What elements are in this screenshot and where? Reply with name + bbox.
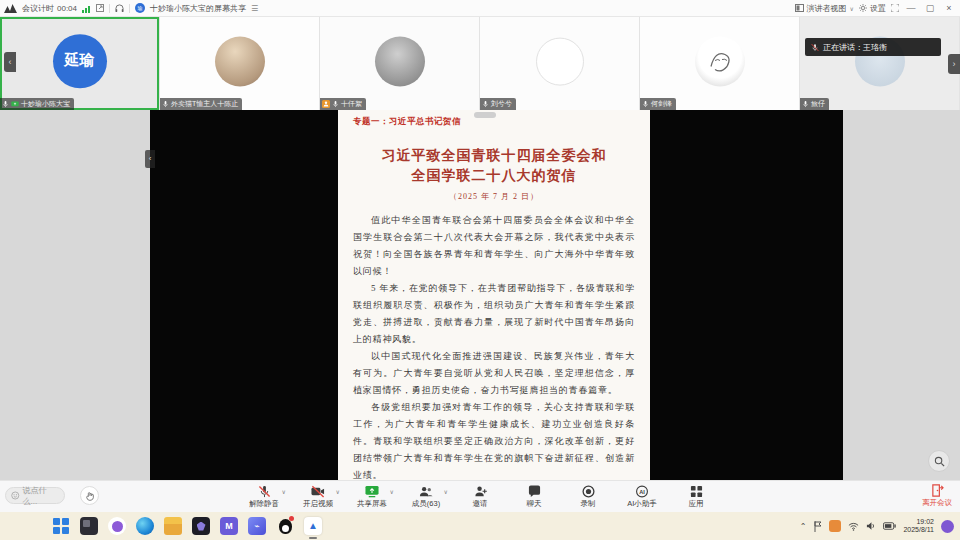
participant-tile[interactable]: 十仟絮 xyxy=(320,17,479,110)
participant-strip: 延瑜 十妙瑜小陈大宝 外卖猫T恤主人十陈止 十仟絮 刘兮兮 xyxy=(0,17,960,110)
chat-app-icon[interactable] xyxy=(108,517,126,535)
divider xyxy=(129,4,130,13)
view-mode-selector[interactable]: 演讲者视图∨ xyxy=(795,3,854,14)
leave-meeting-button[interactable]: 离开会议 xyxy=(922,484,952,508)
maximize-button[interactable]: ▢ xyxy=(923,3,937,13)
taskbar-icons: M ⌁ ▲ xyxy=(0,517,322,535)
start-video-button[interactable]: ∨开启视频 xyxy=(298,485,338,509)
share-menu-icon[interactable]: ☰ xyxy=(251,4,258,13)
app-logo-icon xyxy=(4,4,17,13)
message-placeholder: 说点什么... xyxy=(23,485,60,507)
participant-name-label: 旅仔 xyxy=(800,98,829,110)
avatar: 延瑜 xyxy=(53,34,107,88)
participant-tile[interactable]: 延瑜 十妙瑜小陈大宝 xyxy=(0,17,159,110)
clock[interactable]: 19:02 2025/8/11 xyxy=(903,518,934,534)
mic-muted-icon xyxy=(258,485,271,498)
battery-icon[interactable] xyxy=(883,522,896,530)
shared-screen-area: ‹ 专题一：习近平总书记贺信 习近平致全国青联十四届全委会和 全国学联二十八大的… xyxy=(0,110,960,480)
tray-orange-app-icon[interactable] xyxy=(829,520,841,532)
apps-button[interactable]: 应用 xyxy=(676,485,716,509)
unmute-button[interactable]: ∨解除静音 xyxy=(244,485,284,509)
share-screen-icon xyxy=(365,485,379,498)
mic-icon xyxy=(802,100,809,108)
raise-hand-button[interactable] xyxy=(80,486,99,505)
settings-button[interactable]: 设置 xyxy=(859,3,886,14)
ai-assistant-button[interactable]: AI AI小助手 xyxy=(622,485,662,509)
windows-taskbar: M ⌁ ▲ ⌃ 19:02 2025/8/11 xyxy=(0,512,960,540)
speaking-toast: 正在讲话：王珞衡 xyxy=(805,38,941,56)
doc-sidebar-collapse-button[interactable]: ‹ xyxy=(145,150,155,168)
speaking-toast-text: 正在讲话：王珞衡 xyxy=(823,42,887,53)
camera-off-icon xyxy=(311,485,325,498)
avatar xyxy=(375,36,425,86)
dark-app-icon[interactable] xyxy=(80,517,98,535)
mic-icon xyxy=(642,100,649,108)
purple-m-app-icon[interactable]: M xyxy=(220,517,238,535)
fullscreen-icon[interactable] xyxy=(891,4,899,12)
mic-icon xyxy=(482,100,489,108)
doc-paragraph: 各级党组织要加强对青年工作的领导，关心支持青联和学联工作，为广大青年和青年学生健… xyxy=(353,399,635,484)
minimize-button[interactable]: — xyxy=(904,3,918,13)
participant-tile[interactable]: 外卖猫T恤主人十陈止 xyxy=(160,17,319,110)
doc-title: 习近平致全国青联十四届全委会和 全国学联二十八大的贺信 xyxy=(353,146,635,186)
screen-share-icon xyxy=(11,101,19,108)
start-button-icon[interactable] xyxy=(52,517,70,535)
participant-tile[interactable]: 何剑锋 xyxy=(640,17,799,110)
share-title: 十妙瑜小陈大宝的屏幕共享 xyxy=(150,3,246,14)
strip-scroll-right-button[interactable]: › xyxy=(948,54,960,74)
doc-scroll-pill[interactable] xyxy=(474,112,496,118)
participant-name-label: 十仟絮 xyxy=(320,98,366,110)
host-badge-icon xyxy=(322,100,330,108)
audio-device-icon[interactable] xyxy=(115,4,124,13)
document-page: 专题一：习近平总书记贺信 习近平致全国青联十四届全委会和 全国学联二十八大的贺信… xyxy=(338,110,650,480)
participant-tile[interactable]: 刘兮兮 xyxy=(480,17,639,110)
doc-dark-panel-right xyxy=(650,110,843,480)
divider xyxy=(109,4,110,13)
svg-text:AI: AI xyxy=(639,488,645,494)
share-screen-button[interactable]: ∨共享屏幕 xyxy=(352,485,392,509)
speaker-icon[interactable] xyxy=(866,521,876,531)
apps-grid-icon xyxy=(690,485,703,498)
doc-body: 值此中华全国青年联合会第十四届委员会全体会议和中华全国学生联合会第二十八次代表大… xyxy=(353,212,635,484)
doc-paragraph: 值此中华全国青年联合会第十四届委员会全体会议和中华全国学生联合会第二十八次代表大… xyxy=(353,212,635,280)
participant-name-label: 外卖猫T恤主人十陈止 xyxy=(160,98,242,110)
mic-icon xyxy=(162,100,169,108)
toolbar-buttons: ∨解除静音 ∨开启视频 ∨共享屏幕 ∨成员(63) 邀请 聊天 录制 AI AI xyxy=(244,485,716,509)
tray-notification-badge[interactable] xyxy=(941,520,954,533)
file-explorer-icon[interactable] xyxy=(164,517,182,535)
active-app-indicator xyxy=(309,537,317,539)
zoom-magnifier-button[interactable] xyxy=(928,450,950,472)
meeting-timer: 会议计时00:04 xyxy=(22,3,77,14)
expand-icon[interactable] xyxy=(96,4,104,12)
participant-name-label: 何剑锋 xyxy=(640,98,676,110)
tencent-meeting-app-icon[interactable]: ▲ xyxy=(304,517,322,535)
ai-icon: AI xyxy=(635,485,649,498)
chat-button[interactable]: 聊天 xyxy=(514,485,554,509)
blue-app-icon[interactable]: ⌁ xyxy=(248,517,266,535)
strip-collapse-left-button[interactable]: ‹ xyxy=(4,52,16,72)
edge-browser-icon[interactable] xyxy=(136,517,154,535)
invite-button[interactable]: 邀请 xyxy=(460,485,500,509)
participant-tile[interactable]: 旅仔 xyxy=(800,17,959,110)
tray-expand-icon[interactable]: ⌃ xyxy=(800,522,807,531)
doc-dark-panel-left xyxy=(150,110,338,480)
doc-date: （2025 年 7 月 2 日） xyxy=(353,191,635,202)
wifi-icon[interactable] xyxy=(848,522,859,531)
record-icon xyxy=(582,485,595,498)
close-button[interactable]: × xyxy=(942,3,956,13)
participant-name-label: 刘兮兮 xyxy=(480,98,516,110)
sharer-avatar: 瑜 xyxy=(135,3,145,13)
sketch-avatar-art xyxy=(705,46,735,76)
network-signal-icon xyxy=(82,4,91,13)
members-button[interactable]: ∨成员(63) xyxy=(406,485,446,509)
system-tray: ⌃ 19:02 2025/8/11 xyxy=(800,512,954,540)
avatar xyxy=(695,36,745,86)
muted-mic-icon xyxy=(811,43,819,52)
record-button[interactable]: 录制 xyxy=(568,485,608,509)
magnifier-icon xyxy=(934,456,945,467)
qq-app-icon[interactable] xyxy=(276,517,294,535)
invite-icon xyxy=(474,485,487,498)
obsidian-app-icon[interactable] xyxy=(192,517,210,535)
quick-message-input[interactable]: 说点什么... xyxy=(5,487,65,504)
pin-flag-icon[interactable] xyxy=(813,521,822,532)
